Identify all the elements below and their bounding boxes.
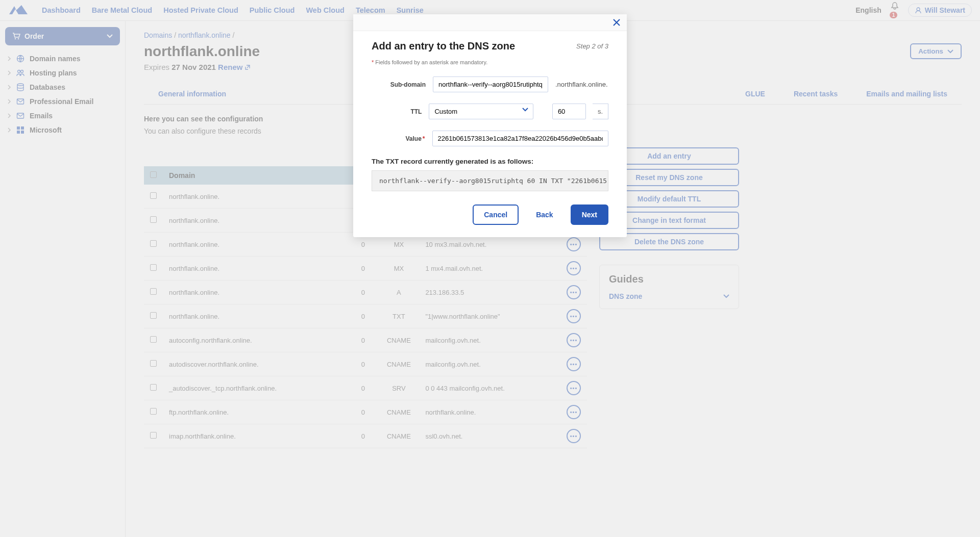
subdomain-input[interactable] [433, 76, 548, 92]
close-button[interactable] [612, 18, 621, 27]
add-entry-modal: Add an entry to the DNS zone Step 2 of 3… [353, 14, 627, 237]
subdomain-label: Sub-domain [372, 81, 426, 88]
value-input[interactable] [432, 131, 608, 146]
cancel-button[interactable]: Cancel [473, 204, 519, 225]
modal-overlay: Add an entry to the DNS zone Step 2 of 3… [0, 0, 980, 537]
ttl-unit: s. [593, 104, 608, 119]
modal-title: Add an entry to the DNS zone [372, 40, 515, 52]
ttl-select[interactable] [429, 104, 533, 119]
subdomain-suffix: .northflank.online. [555, 81, 608, 88]
next-button[interactable]: Next [571, 204, 608, 225]
mandatory-note: * Fields followed by an asterisk are man… [372, 59, 608, 65]
ttl-label: TTL [372, 108, 422, 115]
generated-label: The TXT record currently generated is as… [372, 158, 608, 165]
step-indicator: Step 2 of 3 [576, 42, 608, 50]
back-button[interactable]: Back [526, 204, 563, 225]
close-icon [612, 18, 621, 27]
value-label: Value* [372, 135, 425, 142]
ttl-value-input[interactable] [552, 104, 586, 119]
generated-record: northflank--verify--aorg8015rutiphtq 60 … [372, 170, 608, 191]
